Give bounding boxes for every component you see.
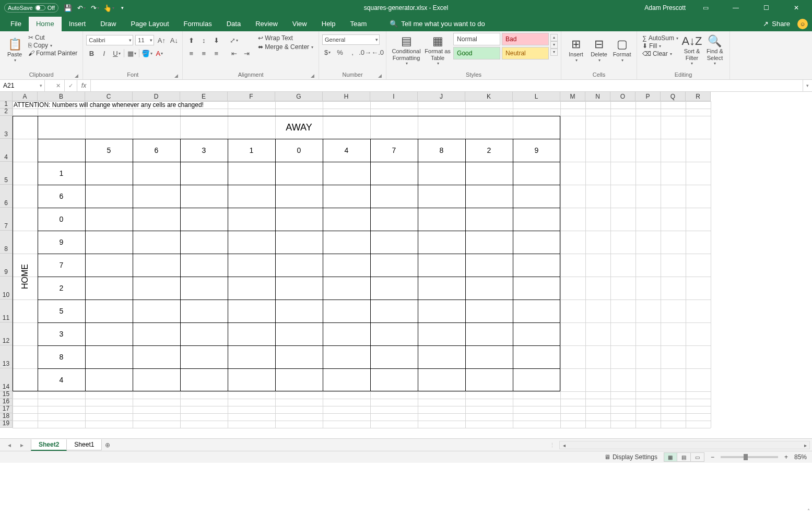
- new-sheet-icon[interactable]: ⊕: [102, 441, 113, 449]
- autosum-button[interactable]: ∑AutoSum▾: [640, 34, 680, 42]
- tab-file[interactable]: File: [3, 17, 29, 31]
- share-button[interactable]: ↗ Share: [763, 20, 790, 31]
- cut-button[interactable]: ✂Cut: [26, 34, 79, 41]
- cancel-formula-icon[interactable]: ✕: [52, 80, 65, 91]
- sort-filter-button[interactable]: A↓ZSort & Filter▾: [680, 33, 703, 67]
- format-painter-button[interactable]: 🖌Format Painter: [26, 50, 79, 57]
- name-box[interactable]: A21: [0, 80, 45, 91]
- indent-increase-icon[interactable]: ⇥: [241, 48, 252, 58]
- row-header-11[interactable]: 11: [0, 300, 13, 322]
- style-normal[interactable]: Normal: [453, 33, 500, 45]
- column-header-B[interactable]: B: [38, 92, 85, 101]
- tab-draw[interactable]: Draw: [93, 17, 123, 31]
- underline-icon[interactable]: U▾: [111, 48, 122, 58]
- normal-view-icon[interactable]: ▦: [664, 452, 677, 462]
- column-header-D[interactable]: D: [133, 92, 180, 101]
- autosave-toggle[interactable]: AutoSave Off: [4, 3, 58, 13]
- align-bottom-icon[interactable]: ⬇: [211, 35, 221, 45]
- touch-mode-icon[interactable]: 👆▾: [104, 4, 113, 12]
- format-cells-button[interactable]: ▢Format▾: [610, 33, 633, 67]
- sheet-tab-sheet2[interactable]: Sheet2: [31, 439, 67, 451]
- align-top-icon[interactable]: ⬆: [186, 35, 196, 45]
- fill-color-icon[interactable]: 🪣▾: [142, 48, 152, 58]
- font-color-icon[interactable]: A▾: [154, 48, 164, 58]
- page-layout-view-icon[interactable]: ▤: [677, 452, 691, 462]
- font-name-select[interactable]: Calibri: [86, 35, 133, 45]
- insert-cells-button[interactable]: ⊞Insert▾: [564, 33, 587, 67]
- shrink-font-icon[interactable]: A↓: [169, 35, 179, 45]
- column-header-F[interactable]: F: [228, 92, 275, 101]
- row-header-14[interactable]: 14: [0, 368, 13, 391]
- worksheet-grid[interactable]: ABCDEFGHIJKLMNOPQR 123456789101112131415…: [0, 92, 812, 438]
- qat-customize-icon[interactable]: ▾: [118, 4, 126, 12]
- italic-icon[interactable]: I: [99, 48, 109, 58]
- tab-help[interactable]: Help: [314, 17, 343, 31]
- font-launcher-icon[interactable]: ◢: [174, 73, 178, 78]
- save-icon[interactable]: 💾: [64, 4, 72, 12]
- tab-view[interactable]: View: [285, 17, 314, 31]
- column-header-C[interactable]: C: [85, 92, 133, 101]
- row-header-7[interactable]: 7: [0, 208, 13, 231]
- row-header-8[interactable]: 8: [0, 231, 13, 254]
- column-header-H[interactable]: H: [323, 92, 370, 101]
- enter-formula-icon[interactable]: ✓: [65, 80, 77, 91]
- borders-icon[interactable]: ▦▾: [126, 48, 137, 58]
- format-as-table-button[interactable]: ▦ Format as Table▾: [423, 33, 452, 67]
- tell-me-search[interactable]: 🔍 Tell me what you want to do: [390, 20, 485, 31]
- alignment-launcher-icon[interactable]: ◢: [311, 73, 314, 78]
- align-center-icon[interactable]: ≡: [198, 48, 209, 58]
- font-size-select[interactable]: 11: [135, 35, 154, 45]
- merge-center-button[interactable]: ⬌Merge & Center▾: [256, 43, 315, 51]
- sheet-nav-prev-icon[interactable]: ◂: [8, 441, 11, 449]
- gallery-more-icon[interactable]: ▾: [550, 49, 558, 56]
- column-header-I[interactable]: I: [370, 92, 418, 101]
- zoom-out-icon[interactable]: −: [711, 453, 714, 461]
- indent-decrease-icon[interactable]: ⇤: [229, 48, 239, 58]
- find-select-button[interactable]: 🔍Find & Select▾: [703, 33, 726, 67]
- decrease-decimal-icon[interactable]: ←.0: [372, 47, 383, 57]
- row-header-10[interactable]: 10: [0, 277, 13, 300]
- delete-cells-button[interactable]: ⊟Delete▾: [587, 33, 610, 67]
- style-good[interactable]: Good: [453, 47, 500, 59]
- column-header-G[interactable]: G: [275, 92, 323, 101]
- column-header-O[interactable]: O: [610, 92, 636, 101]
- redo-icon[interactable]: ↷▾: [91, 4, 99, 12]
- expand-formula-icon[interactable]: ▾: [803, 80, 812, 91]
- zoom-slider[interactable]: [721, 456, 778, 458]
- tab-review[interactable]: Review: [248, 17, 285, 31]
- tab-formulas[interactable]: Formulas: [176, 17, 219, 31]
- align-middle-icon[interactable]: ↕: [198, 35, 209, 45]
- bold-icon[interactable]: B: [86, 48, 97, 58]
- column-header-N[interactable]: N: [585, 92, 610, 101]
- row-header-13[interactable]: 13: [0, 345, 13, 368]
- user-name[interactable]: Adam Prescott: [644, 4, 686, 11]
- align-left-icon[interactable]: ≡: [186, 48, 196, 58]
- tab-page-layout[interactable]: Page Layout: [124, 17, 176, 31]
- gallery-down-icon[interactable]: ▾: [550, 41, 558, 49]
- percent-icon[interactable]: %: [335, 47, 345, 57]
- sheet-nav-next-icon[interactable]: ▸: [20, 441, 23, 449]
- paste-button[interactable]: 📋 Paste ▾: [3, 33, 26, 67]
- ribbon-options-icon[interactable]: ▭: [695, 0, 716, 16]
- grow-font-icon[interactable]: A↑: [156, 35, 167, 45]
- row-header-19[interactable]: 19: [0, 421, 13, 428]
- increase-decimal-icon[interactable]: .0→: [360, 47, 370, 57]
- style-neutral[interactable]: Neutral: [502, 47, 549, 59]
- gallery-up-icon[interactable]: ▴: [550, 34, 558, 41]
- tab-team[interactable]: Team: [343, 17, 374, 31]
- zoom-level[interactable]: 85%: [794, 453, 807, 461]
- column-header-K[interactable]: K: [465, 92, 513, 101]
- orientation-icon[interactable]: ⤢▾: [229, 35, 239, 45]
- maximize-icon[interactable]: ☐: [756, 0, 776, 16]
- column-header-P[interactable]: P: [636, 92, 661, 101]
- column-header-J[interactable]: J: [418, 92, 465, 101]
- page-break-view-icon[interactable]: ▭: [691, 452, 704, 462]
- wrap-text-button[interactable]: ↩Wrap Text: [256, 34, 315, 42]
- copy-button[interactable]: ⎘Copy▾: [26, 42, 79, 49]
- conditional-formatting-button[interactable]: ▤ Conditional Formatting▾: [390, 33, 423, 67]
- row-header-3[interactable]: 3: [0, 116, 13, 139]
- close-icon[interactable]: ✕: [786, 0, 807, 16]
- minimize-icon[interactable]: —: [725, 0, 746, 16]
- column-header-E[interactable]: E: [180, 92, 228, 101]
- cell-styles-gallery[interactable]: Normal Bad Good Neutral: [453, 33, 549, 59]
